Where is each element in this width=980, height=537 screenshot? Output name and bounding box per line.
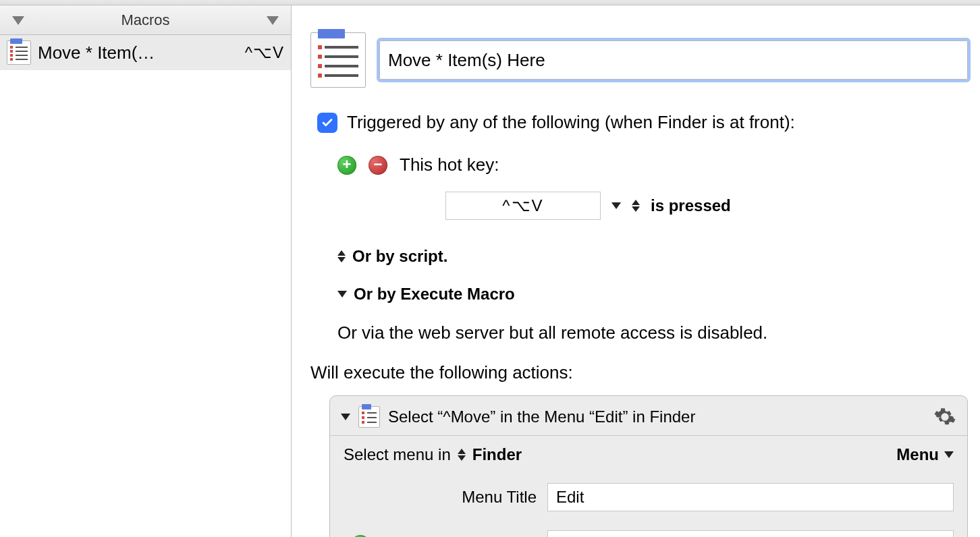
disclosure-label: Or by script.	[352, 247, 447, 266]
sort-left-button[interactable]	[8, 11, 28, 29]
hotkey-dropdown-button[interactable]	[611, 202, 621, 209]
hotkey-label: This hot key:	[400, 154, 499, 175]
action-disclosure-button[interactable]	[341, 414, 350, 420]
hotkey-mode-stepper[interactable]	[632, 200, 640, 212]
up-icon	[632, 200, 640, 205]
disclosure-or-by-execute-macro[interactable]: Or by Execute Macro	[337, 285, 968, 304]
menu-dropdown-label: Menu	[896, 445, 939, 464]
menu-dropdown-button[interactable]: Menu	[896, 445, 954, 464]
gear-icon	[933, 405, 956, 428]
chevron-down-icon	[337, 291, 347, 298]
menu-item-input[interactable]	[547, 530, 954, 537]
will-execute-label: Will execute the following actions:	[310, 362, 968, 383]
down-icon	[632, 206, 640, 212]
triangle-down-icon	[267, 16, 279, 25]
hotkey-mode-label: is pressed	[651, 196, 731, 215]
select-menu-in-label: Select menu in	[344, 445, 451, 464]
macro-list: Move * Item(… ^⌥V	[0, 35, 291, 537]
action-block: Select “^Move” in the Menu “Edit” in Fin…	[329, 395, 968, 537]
hotkey-input[interactable]	[445, 192, 601, 220]
macro-sidebar: Macros Move * Item(… ^⌥V	[0, 5, 292, 537]
trigger-enabled-checkbox[interactable]	[317, 113, 337, 133]
macro-editor: Triggered by any of the following (when …	[292, 5, 980, 537]
macro-icon	[7, 40, 31, 65]
action-icon	[358, 406, 380, 428]
check-icon	[321, 117, 333, 129]
plus-icon: +	[343, 157, 352, 172]
webserver-note: Or via the web server but all remote acc…	[337, 322, 968, 343]
macro-list-item-hotkey: ^⌥V	[245, 43, 284, 62]
down-icon	[458, 455, 466, 461]
app-name: Finder	[472, 445, 522, 464]
action-settings-button[interactable]	[933, 405, 956, 428]
app-picker-stepper[interactable]	[458, 449, 466, 461]
up-icon	[458, 449, 466, 454]
disclosure-label: Or by Execute Macro	[354, 285, 515, 304]
disclosure-or-by-script[interactable]: Or by script.	[337, 247, 968, 266]
sidebar-header: Macros	[0, 5, 291, 35]
macro-name-input[interactable]	[379, 40, 968, 80]
menu-title-input[interactable]	[547, 483, 954, 511]
window-toolbar-strip	[0, 0, 980, 5]
action-title: Select “^Move” in the Menu “Edit” in Fin…	[388, 407, 925, 426]
remove-trigger-button[interactable]: −	[369, 156, 387, 175]
menu-title-label: Menu Title	[388, 488, 537, 507]
sidebar-title: Macros	[28, 11, 263, 29]
macro-list-item-title: Move * Item(…	[38, 43, 238, 63]
triangle-down-outline-icon	[12, 16, 24, 25]
trigger-label: Triggered by any of the following (when …	[347, 112, 795, 133]
minus-icon: −	[374, 157, 383, 172]
sort-right-button[interactable]	[263, 11, 283, 29]
add-trigger-button[interactable]: +	[337, 156, 356, 175]
chevron-down-icon	[944, 451, 954, 458]
divider	[330, 435, 967, 436]
macro-list-item[interactable]: Move * Item(… ^⌥V	[0, 35, 291, 70]
macro-large-icon	[310, 32, 366, 88]
updown-icon	[337, 250, 346, 262]
